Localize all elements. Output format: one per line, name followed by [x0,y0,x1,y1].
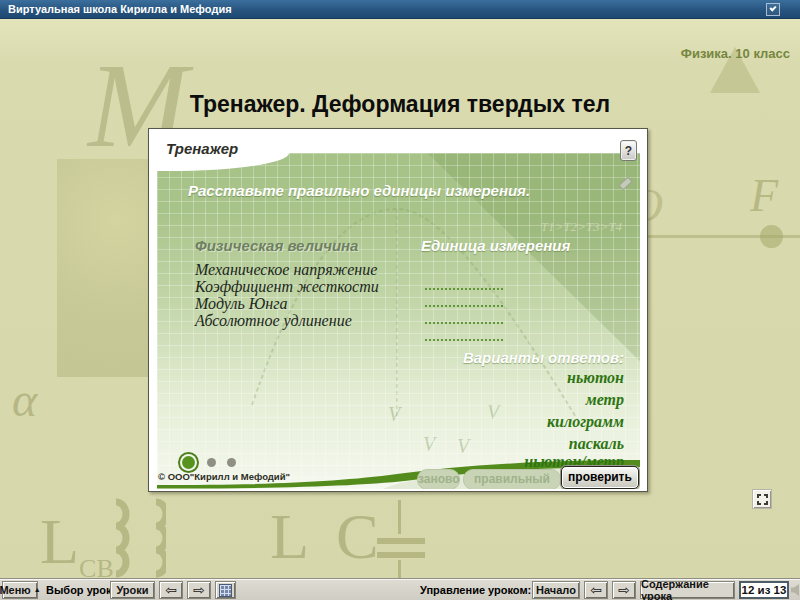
next-arrow-icon: ⇨ [618,582,630,598]
watermark-f: F [750,169,778,222]
unit-drop-slot[interactable] [425,310,503,324]
page-title: Тренажер. Деформация твердых тел [0,91,800,118]
watermark-alpha: α [12,372,37,427]
start-button[interactable]: Начало [532,581,580,599]
prev-arrow-icon: ⇦ [590,582,602,598]
task-instruction: Расставьте правильно единицы измерения. [188,182,530,199]
panel-title: Тренажер [166,140,238,157]
course-label: Физика. 10 класс [681,46,790,61]
lesson-control-label: Управление уроком: [420,579,531,600]
quantity-row: Модуль Юнга [195,295,379,312]
quantity-row: Механическое напряжение [195,261,379,278]
fullscreen-icon [757,494,768,505]
answer-option[interactable]: килограмм [547,413,624,431]
copyright: © ООО"Кирилл и Мефодий" [158,471,290,482]
lessons-button[interactable]: Уроки [110,581,155,599]
answers-header: Варианты ответов: [463,349,624,366]
prev-arrow-icon: ⇦ [165,582,177,598]
watermark-capacitor-icon [398,500,401,534]
fullscreen-button[interactable] [753,490,771,508]
prev-page-button[interactable]: ⇦ [584,581,608,599]
quantity-list: Механическое напряжение Коэффициент жест… [195,261,379,329]
menu-button[interactable]: Меню ▲ [2,581,38,599]
watermark-v: V [388,403,400,426]
prev-lesson-button[interactable]: ⇦ [159,581,183,599]
page-indicator: 12 из 13 [739,581,789,599]
watermark-c: C [336,500,379,574]
unit-drop-slot[interactable] [425,327,503,341]
lesson-grid-button[interactable] [215,581,236,599]
watermark-inductor-icon [94,498,166,580]
speaker-icon[interactable] [791,584,800,596]
next-page-button[interactable]: ⇨ [612,581,636,599]
show-answer-button[interactable]: правильный ответ [463,469,561,489]
trainer-canvas: T1>T2>T3>T4 V V V V Расставьте правильно… [157,153,640,489]
grid-icon [219,584,232,597]
trainer-panel: Тренажер ? T1>T2>T3>T4 V V V V Расставьт… [148,128,648,492]
quantity-column-header: Физическая величина [195,237,358,254]
watermark-v: V [487,401,499,424]
next-lesson-button[interactable]: ⇨ [187,581,211,599]
answer-option[interactable]: паскаль [569,435,624,453]
help-button[interactable]: ? [620,140,637,161]
watermark-ball [760,225,783,248]
check-button[interactable]: проверить [561,466,639,489]
progress-dot[interactable] [207,458,216,467]
watermark-t-sequence: T1>T2>T3>T4 [541,219,622,235]
reset-button[interactable]: заново [417,469,460,489]
collapse-button[interactable] [766,3,780,16]
answer-option[interactable]: метр [586,391,624,409]
window-titlebar: Виртуальная школа Кирилла и Мефодия [0,0,800,19]
watermark-portrait [57,159,149,377]
unit-drop-slot[interactable] [425,276,503,290]
application-window: Виртуальная школа Кирилла и Мефодия M O … [0,0,800,600]
quantity-row: Абсолютное удлинение [195,312,379,329]
watermark-l: L [270,500,309,574]
chevron-down-icon [769,4,776,11]
menu-up-arrow-icon: ▲ [34,586,41,594]
lesson-contents-button[interactable]: Содержание урока [640,581,735,599]
quantity-row: Коэффициент жесткости [195,278,379,295]
lesson-background: M O F α LСВ L C Физика. 10 класс Тренаже… [0,19,800,578]
window-title: Виртуальная школа Кирилла и Мефодия [8,0,232,18]
answer-option[interactable]: ньютон [567,369,624,387]
progress-dot[interactable] [227,458,236,467]
next-arrow-icon: ⇨ [193,582,205,598]
progress-dot[interactable] [182,456,195,469]
unit-drop-slot[interactable] [425,293,503,307]
unit-column-header: Единица измерения [421,237,570,254]
bottom-toolbar: Меню ▲ Выбор урока: Уроки ⇦ ⇨ Управление… [0,578,800,600]
